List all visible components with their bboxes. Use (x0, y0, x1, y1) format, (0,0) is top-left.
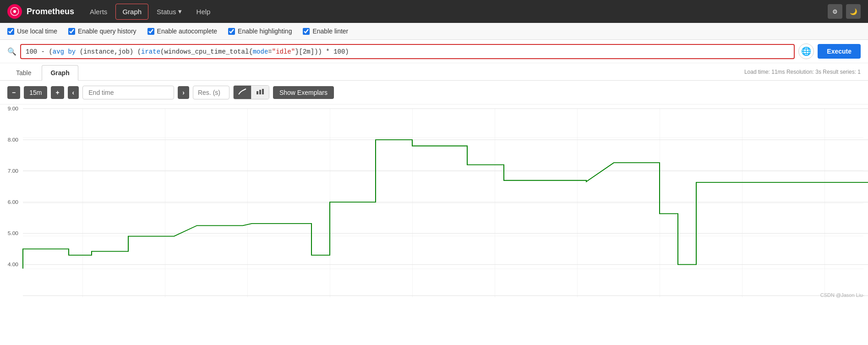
metrics-globe-button[interactable]: 🌐 (798, 44, 814, 59)
theme-toggle-button[interactable]: 🌙 (846, 4, 861, 19)
navbar-logo (7, 4, 22, 19)
zoom-out-button[interactable]: − (7, 86, 20, 99)
end-time-input[interactable] (82, 86, 174, 99)
graph-svg: 9.00 8.00 7.00 6.00 5.00 4.00 (0, 104, 868, 301)
bar-chart-icon (256, 88, 264, 95)
query-input-wrap: 100 - (avg by (instance,job) (irate(wind… (20, 44, 795, 59)
nav-item-status[interactable]: Status ▾ (150, 4, 188, 19)
svg-text:6.00: 6.00 (8, 199, 18, 204)
tabs-meta: Load time: 11ms Resolution: 3s Result se… (744, 69, 861, 77)
checkbox-query-history[interactable]: Enable query history (68, 27, 136, 35)
svg-text:7.00: 7.00 (8, 168, 18, 173)
navbar: Prometheus Alerts Graph Status ▾ Help ⚙ … (0, 0, 868, 23)
settings-button[interactable]: ⚙ (828, 4, 842, 19)
checkbox-highlighting[interactable]: Enable highlighting (228, 27, 292, 35)
next-time-button[interactable]: › (178, 86, 189, 99)
line-chart-icon (238, 88, 246, 95)
svg-text:5.00: 5.00 (8, 230, 18, 235)
line-chart-button[interactable] (234, 86, 251, 99)
navbar-right: ⚙ 🌙 (828, 4, 861, 19)
toolbar: Use local time Enable query history Enab… (0, 23, 868, 40)
navbar-title: Prometheus (27, 7, 74, 16)
zoom-in-button[interactable]: + (51, 86, 64, 99)
query-bar: 🔍 100 - (avg by (instance,job) (irate(wi… (0, 40, 868, 63)
tabs-row: Table Graph Load time: 11ms Resolution: … (0, 63, 868, 81)
nav-item-alerts[interactable]: Alerts (83, 4, 114, 19)
nav-item-help[interactable]: Help (190, 4, 217, 19)
svg-rect-2 (257, 91, 258, 94)
checkbox-linter[interactable]: Enable linter (303, 27, 348, 35)
resolution-input[interactable] (193, 86, 229, 99)
tab-graph[interactable]: Graph (42, 65, 78, 81)
duration-display: 15m (24, 86, 47, 99)
svg-rect-6 (23, 109, 863, 297)
svg-rect-3 (259, 90, 261, 94)
svg-text:8.00: 8.00 (8, 137, 18, 142)
navbar-nav: Alerts Graph Status ▾ Help (83, 4, 828, 20)
svg-point-1 (13, 10, 16, 13)
svg-rect-4 (262, 89, 264, 94)
watermark: CSDN @Jason Liu- (820, 292, 864, 298)
checkbox-local-time[interactable]: Use local time (7, 27, 57, 35)
search-icon: 🔍 (7, 47, 16, 56)
tab-table[interactable]: Table (7, 65, 40, 80)
execute-button[interactable]: Execute (818, 44, 861, 59)
graph-area: 9.00 8.00 7.00 6.00 5.00 4.00 CSDN @Jaso… (0, 104, 868, 301)
svg-text:9.00: 9.00 (8, 106, 18, 111)
show-exemplars-button[interactable]: Show Exemplars (273, 86, 334, 99)
chart-type-group (233, 85, 269, 99)
svg-text:4.00: 4.00 (8, 262, 18, 267)
checkbox-autocomplete[interactable]: Enable autocomplete (147, 27, 218, 35)
prev-time-button[interactable]: ‹ (68, 86, 79, 99)
query-display: 100 - (avg by (instance,job) (irate(wind… (26, 48, 349, 55)
graph-controls: − 15m + ‹ › Show Exemplars (0, 81, 868, 104)
nav-item-graph[interactable]: Graph (115, 4, 148, 20)
prometheus-icon (10, 7, 19, 16)
bar-chart-button[interactable] (251, 86, 269, 99)
